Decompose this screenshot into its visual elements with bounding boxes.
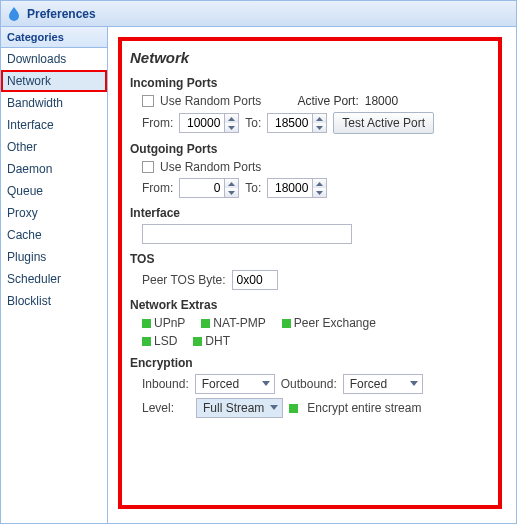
incoming-title: Incoming Ports (130, 76, 488, 90)
extras-label-lsd: LSD (154, 334, 177, 348)
sidebar-item-other[interactable]: Other (1, 136, 107, 158)
spinner-up-icon[interactable] (225, 114, 238, 123)
level-select[interactable]: Full Stream (196, 398, 283, 418)
incoming-from-label: From: (142, 116, 173, 130)
outgoing-ports-group: Outgoing Ports Use Random Ports From: To… (130, 142, 488, 198)
spinner-up-icon[interactable] (313, 179, 326, 188)
window-title: Preferences (27, 7, 96, 21)
extras-checkbox-peer-exchange[interactable] (282, 319, 291, 328)
extras-label-dht: DHT (205, 334, 230, 348)
tos-input[interactable] (232, 270, 278, 290)
extras-checkbox-dht[interactable] (193, 337, 202, 346)
extras-checkbox-upnp[interactable] (142, 319, 151, 328)
entire-stream-checkbox[interactable] (289, 404, 298, 413)
inbound-label: Inbound: (142, 377, 189, 391)
outgoing-title: Outgoing Ports (130, 142, 488, 156)
outgoing-to-spinner[interactable] (267, 178, 327, 198)
level-label: Level: (142, 401, 190, 415)
incoming-to-label: To: (245, 116, 261, 130)
extras-label-peer-exchange: Peer Exchange (294, 316, 376, 330)
spinner-up-icon[interactable] (313, 114, 326, 123)
outbound-select[interactable]: Forced (343, 374, 423, 394)
incoming-to-input[interactable] (268, 114, 312, 132)
app-icon (7, 7, 21, 21)
incoming-to-spinner[interactable] (267, 113, 327, 133)
encryption-group: Encryption Inbound: Forced Outbound: For… (130, 356, 488, 418)
main-panel: Network Incoming Ports Use Random Ports … (108, 27, 516, 523)
extras-checkbox-nat-pmp[interactable] (201, 319, 210, 328)
sidebar-item-queue[interactable]: Queue (1, 180, 107, 202)
outgoing-random-label: Use Random Ports (160, 160, 261, 174)
tos-label: Peer TOS Byte: (142, 273, 226, 287)
sidebar-item-scheduler[interactable]: Scheduler (1, 268, 107, 290)
active-port-value: 18000 (365, 94, 398, 108)
sidebar-item-downloads[interactable]: Downloads (1, 48, 107, 70)
outbound-label: Outbound: (281, 377, 337, 391)
incoming-random-label: Use Random Ports (160, 94, 261, 108)
spinner-up-icon[interactable] (225, 179, 238, 188)
sidebar-item-interface[interactable]: Interface (1, 114, 107, 136)
sidebar: Categories DownloadsNetworkBandwidthInte… (1, 27, 108, 523)
sidebar-header: Categories (1, 27, 107, 48)
incoming-from-input[interactable] (180, 114, 224, 132)
extras-label-nat-pmp: NAT-PMP (213, 316, 265, 330)
test-active-port-button[interactable]: Test Active Port (333, 112, 434, 134)
incoming-ports-group: Incoming Ports Use Random Ports Active P… (130, 76, 488, 134)
page-title: Network (130, 49, 488, 66)
active-port-label: Active Port: (297, 94, 358, 108)
spinner-down-icon[interactable] (225, 188, 238, 197)
tos-title: TOS (130, 252, 488, 266)
tos-group: TOS Peer TOS Byte: (130, 252, 488, 290)
inbound-value: Forced (202, 377, 239, 391)
outgoing-random-checkbox[interactable] (142, 161, 154, 173)
extras-group: Network Extras UPnPNAT-PMPPeer Exchange … (130, 298, 488, 348)
sidebar-item-network[interactable]: Network (1, 70, 107, 92)
extras-checkbox-lsd[interactable] (142, 337, 151, 346)
sidebar-item-proxy[interactable]: Proxy (1, 202, 107, 224)
titlebar: Preferences (1, 1, 516, 27)
interface-title: Interface (130, 206, 488, 220)
encryption-title: Encryption (130, 356, 488, 370)
chevron-down-icon (410, 381, 418, 387)
level-value: Full Stream (203, 401, 264, 415)
outgoing-to-label: To: (245, 181, 261, 195)
interface-group: Interface (130, 206, 488, 244)
outgoing-from-input[interactable] (180, 179, 224, 197)
spinner-down-icon[interactable] (313, 188, 326, 197)
outbound-value: Forced (350, 377, 387, 391)
entire-stream-label: Encrypt entire stream (307, 401, 421, 415)
outgoing-to-input[interactable] (268, 179, 312, 197)
chevron-down-icon (262, 381, 270, 387)
extras-title: Network Extras (130, 298, 488, 312)
chevron-down-icon (270, 405, 278, 411)
spinner-down-icon[interactable] (313, 123, 326, 132)
sidebar-item-daemon[interactable]: Daemon (1, 158, 107, 180)
interface-input[interactable] (142, 224, 352, 244)
outgoing-from-spinner[interactable] (179, 178, 239, 198)
inbound-select[interactable]: Forced (195, 374, 275, 394)
incoming-from-spinner[interactable] (179, 113, 239, 133)
sidebar-item-cache[interactable]: Cache (1, 224, 107, 246)
extras-label-upnp: UPnP (154, 316, 185, 330)
sidebar-item-blocklist[interactable]: Blocklist (1, 290, 107, 312)
outgoing-from-label: From: (142, 181, 173, 195)
sidebar-item-bandwidth[interactable]: Bandwidth (1, 92, 107, 114)
sidebar-item-plugins[interactable]: Plugins (1, 246, 107, 268)
highlight-box: Network Incoming Ports Use Random Ports … (118, 37, 502, 509)
spinner-down-icon[interactable] (225, 123, 238, 132)
incoming-random-checkbox[interactable] (142, 95, 154, 107)
